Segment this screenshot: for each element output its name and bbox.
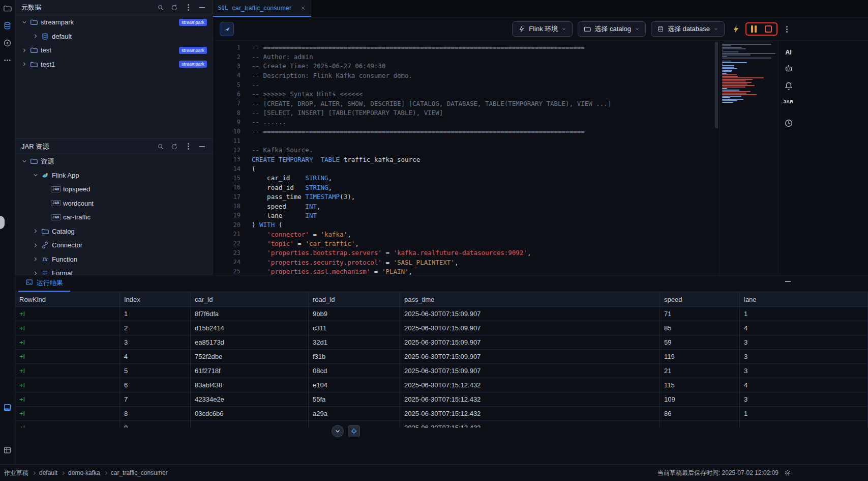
- code-line[interactable]: 1-- ====================================…: [213, 43, 715, 52]
- tree-item-test[interactable]: teststreampark: [15, 43, 212, 58]
- pause-icon[interactable]: [751, 25, 757, 33]
- chevron-down-icon[interactable]: [20, 158, 28, 164]
- code-line[interactable]: 9-- ......: [213, 118, 715, 127]
- refresh-icon[interactable]: [170, 4, 178, 12]
- bottom-panel-icon[interactable]: [3, 402, 13, 412]
- run-lightning-icon[interactable]: [732, 25, 740, 34]
- more-icon[interactable]: [184, 143, 192, 151]
- database-select[interactable]: 选择 database: [651, 21, 725, 37]
- code-line[interactable]: 18 speed INT,: [213, 202, 715, 211]
- breadcrumb-draft[interactable]: 作业草稿: [4, 469, 28, 477]
- jar-button[interactable]: JAR: [784, 99, 794, 104]
- chevron-right-icon[interactable]: [32, 33, 40, 39]
- tree-item-wordcount[interactable]: JARwordcount: [15, 196, 212, 211]
- table-row[interactable]: +I803cdc6b6a29a2025-06-30T07:15:12.43286…: [15, 407, 868, 421]
- column-header-pass-time[interactable]: pass_time: [400, 292, 660, 306]
- table-row[interactable]: +I18f7f6dfa9bb92025-06-30T07:15:09.90771…: [15, 307, 868, 321]
- breadcrumb-job-name[interactable]: car_traffic_consumer: [111, 469, 168, 476]
- code-line[interactable]: 5--: [213, 80, 715, 89]
- tree-item-topspeed[interactable]: JARtopspeed: [15, 182, 212, 196]
- locate-target-button[interactable]: [348, 425, 360, 437]
- chevron-right-icon[interactable]: [32, 242, 40, 248]
- code-line[interactable]: 11: [213, 136, 715, 145]
- code-line[interactable]: 20) WITH (: [213, 220, 715, 230]
- code-line[interactable]: 23 'properties.bootstrap.servers' = 'kaf…: [213, 248, 715, 258]
- table-row[interactable]: +I561f2718f08cd2025-06-30T07:15:09.90721…: [15, 364, 868, 378]
- column-header-speed[interactable]: speed: [660, 292, 740, 306]
- chevron-down-icon[interactable]: [32, 172, 40, 178]
- column-header-lane[interactable]: lane: [740, 292, 868, 306]
- history-clock-icon[interactable]: [784, 119, 793, 128]
- refresh-icon[interactable]: [170, 143, 178, 151]
- table-row[interactable]: +I2d15b2414c3112025-06-30T07:15:09.90785…: [15, 321, 868, 335]
- tab-car-traffic-consumer[interactable]: SQL car_traffic_consumer: [213, 0, 311, 17]
- chevron-right-icon[interactable]: [20, 61, 28, 67]
- files-icon[interactable]: [3, 3, 13, 13]
- code-line[interactable]: 13CREATE TEMPORARY TABLE traffic_kafka_s…: [213, 155, 715, 164]
- code-line[interactable]: 25 'properties.sasl.mechanism' = 'PLAIN'…: [213, 267, 715, 275]
- robot-icon[interactable]: [784, 64, 793, 73]
- table-row[interactable]: +I742334e2e55fa2025-06-30T07:15:12.43210…: [15, 392, 868, 407]
- streampark-logo[interactable]: [220, 22, 234, 36]
- code-line[interactable]: 24 'properties.security.protocol' = 'SAS…: [213, 258, 715, 267]
- ai-button[interactable]: AI: [785, 49, 792, 56]
- more-icon[interactable]: [184, 4, 192, 12]
- code-line[interactable]: 15 car_id STRING,: [213, 174, 715, 183]
- code-line[interactable]: 21 'connector' = 'kafka',: [213, 230, 715, 239]
- tree-item-connector[interactable]: Connector: [15, 238, 212, 252]
- flink-env-select[interactable]: Flink 环境: [512, 21, 573, 37]
- table-row[interactable]: +I683abf438e1042025-06-30T07:15:12.43211…: [15, 378, 868, 392]
- chevron-right-icon[interactable]: [32, 256, 40, 262]
- code-line[interactable]: 19 lane INT: [213, 211, 715, 220]
- stop-icon[interactable]: [765, 25, 772, 33]
- close-icon[interactable]: [301, 6, 306, 11]
- code-line[interactable]: 8-- [SELECT, INSERT] [TABLE(TEMPORARY TA…: [213, 108, 715, 117]
- tree-item-streampark[interactable]: streamparkstreampark: [15, 15, 212, 30]
- code-line[interactable]: 17 pass_time TIMESTAMP(3),: [213, 192, 715, 202]
- chevron-down-icon[interactable]: [20, 19, 28, 25]
- scroll-down-button[interactable]: [332, 425, 344, 437]
- column-header-car-id[interactable]: car_id: [191, 292, 309, 306]
- code-line[interactable]: 7-- [CREATE, DROP, ALTER, SHOW, DESCRIBE…: [213, 99, 715, 108]
- tree-item-资源[interactable]: 资源: [15, 154, 212, 168]
- table-row[interactable]: +I92025-06-30T07:15:12.432: [15, 421, 868, 428]
- code-line[interactable]: 10-- ===================================…: [213, 127, 715, 136]
- tree-item-default[interactable]: default: [15, 30, 212, 44]
- tree-item-flink-app[interactable]: Flink App: [15, 168, 212, 183]
- tree-item-function[interactable]: fxFunction: [15, 252, 212, 267]
- table-row[interactable]: +I4752f2dbef31b2025-06-30T07:15:09.90711…: [15, 350, 868, 364]
- tab-run-results[interactable]: 运行结果: [18, 275, 70, 292]
- breadcrumb-demo-kafka[interactable]: demo-kafka: [68, 469, 100, 476]
- code-line[interactable]: 12-- Kafka Source.: [213, 146, 715, 155]
- tree-item-format[interactable]: Format: [15, 266, 212, 275]
- breadcrumb-default[interactable]: default: [39, 469, 57, 476]
- code-line[interactable]: 22 'topic' = 'car_traffic',: [213, 239, 715, 248]
- more-icon[interactable]: [783, 25, 791, 33]
- collapse-icon[interactable]: [198, 143, 206, 151]
- tree-item-test1[interactable]: test1streampark: [15, 58, 212, 72]
- code-line[interactable]: 3-- Create Time: 2025-06-27 06:49:30: [213, 62, 715, 71]
- table-row[interactable]: +I3ea85173d32d12025-06-30T07:15:09.90759…: [15, 335, 868, 350]
- bell-icon[interactable]: [784, 81, 793, 91]
- minimize-icon[interactable]: [785, 281, 791, 282]
- code-line[interactable]: 4-- Description: Flink Kafka consumer de…: [213, 71, 715, 80]
- code-line[interactable]: 6-- >>>>>> Syntax Hints <<<<<<: [213, 90, 715, 99]
- chevron-right-icon[interactable]: [32, 270, 40, 275]
- column-header-road-id[interactable]: road_id: [309, 292, 400, 306]
- chevron-right-icon[interactable]: [20, 47, 28, 53]
- code-line[interactable]: 14(: [213, 164, 715, 173]
- collapse-icon[interactable]: [198, 4, 206, 12]
- metadata-icon[interactable]: [3, 20, 13, 31]
- catalog-select[interactable]: 选择 catalog: [578, 21, 646, 37]
- editor-scrollbar[interactable]: [715, 41, 719, 275]
- code-line[interactable]: 2-- Author: admin: [213, 52, 715, 61]
- chevron-right-icon[interactable]: [32, 228, 40, 234]
- column-header-rowkind[interactable]: RowKind: [15, 292, 120, 306]
- code-line[interactable]: 16 road_id STRING,: [213, 183, 715, 192]
- minimap[interactable]: [719, 41, 778, 275]
- search-icon[interactable]: [157, 4, 165, 12]
- more-icon[interactable]: [3, 55, 13, 65]
- search-icon[interactable]: [157, 143, 165, 151]
- column-header-index[interactable]: Index: [120, 292, 191, 306]
- scrollbar-thumb[interactable]: [715, 42, 718, 128]
